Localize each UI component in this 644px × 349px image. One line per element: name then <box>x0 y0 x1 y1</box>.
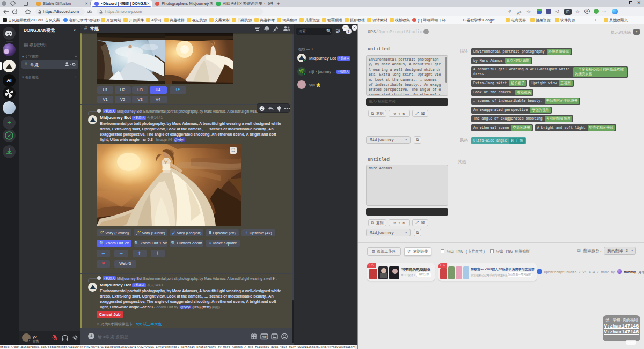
svg-text:GIF: GIF <box>262 336 267 339</box>
